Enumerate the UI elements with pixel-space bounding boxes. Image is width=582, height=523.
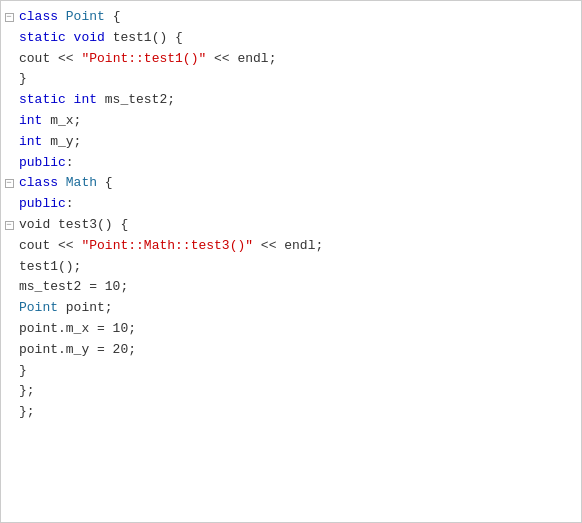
token: m_x; — [42, 113, 81, 128]
token: } — [19, 71, 27, 86]
token: point.m_x = 10; — [19, 321, 136, 336]
token: int — [74, 92, 97, 107]
token: : — [66, 155, 74, 170]
line-content: } — [17, 361, 581, 382]
code-line: } — [1, 69, 581, 90]
fold-gutter[interactable]: − — [1, 7, 17, 28]
code-line: } — [1, 361, 581, 382]
code-line: point.m_x = 10; — [1, 319, 581, 340]
token: "Point::Math::test3()" — [81, 238, 253, 253]
line-content: int m_y; — [17, 132, 581, 153]
token: << endl; — [253, 238, 323, 253]
code-line: public: — [1, 194, 581, 215]
token: static — [19, 30, 74, 45]
fold-gutter — [1, 381, 17, 402]
code-line: point.m_y = 20; — [1, 340, 581, 361]
token: : — [66, 196, 74, 211]
fold-gutter — [1, 236, 17, 257]
line-content: test1(); — [17, 257, 581, 278]
code-line: }; — [1, 381, 581, 402]
code-line: int m_y; — [1, 132, 581, 153]
fold-icon[interactable]: − — [5, 13, 14, 22]
code-line: − void test3() { — [1, 215, 581, 236]
line-content: }; — [17, 402, 581, 423]
token: public — [19, 155, 66, 170]
fold-icon[interactable]: − — [5, 179, 14, 188]
token: test1() { — [105, 30, 183, 45]
line-content: public: — [17, 194, 581, 215]
code-line: int m_x; — [1, 111, 581, 132]
line-content: static void test1() { — [17, 28, 581, 49]
token: m_y; — [42, 134, 81, 149]
fold-gutter — [1, 340, 17, 361]
fold-gutter — [1, 361, 17, 382]
token: test1(); — [19, 259, 81, 274]
token: class — [19, 9, 66, 24]
token: Math — [66, 175, 97, 190]
fold-gutter — [1, 153, 17, 174]
token: int — [19, 113, 42, 128]
code-line: ms_test2 = 10; — [1, 277, 581, 298]
line-content: class Math { — [17, 173, 581, 194]
line-content: point.m_y = 20; — [17, 340, 581, 361]
token: point; — [58, 300, 113, 315]
token: static — [19, 92, 74, 107]
code-line: static int ms_test2; — [1, 90, 581, 111]
token: Point — [19, 300, 58, 315]
fold-gutter — [1, 402, 17, 423]
line-content: cout << "Point::Math::test3()" << endl; — [17, 236, 581, 257]
fold-gutter — [1, 132, 17, 153]
line-content: cout << "Point::test1()" << endl; — [17, 49, 581, 70]
token: void — [74, 30, 105, 45]
token: ms_test2; — [97, 92, 175, 107]
token: << endl; — [206, 51, 276, 66]
code-line: cout << "Point::test1()" << endl; — [1, 49, 581, 70]
line-content: } — [17, 69, 581, 90]
code-line: test1(); — [1, 257, 581, 278]
code-line: public: — [1, 153, 581, 174]
line-content: Point point; — [17, 298, 581, 319]
code-line: cout << "Point::Math::test3()" << endl; — [1, 236, 581, 257]
fold-gutter[interactable]: − — [1, 173, 17, 194]
fold-gutter — [1, 194, 17, 215]
token: public — [19, 196, 66, 211]
token: Point — [66, 9, 105, 24]
token: } — [19, 363, 27, 378]
line-content: class Point { — [17, 7, 581, 28]
token: cout << — [19, 238, 81, 253]
token: point.m_y = 20; — [19, 342, 136, 357]
line-content: void test3() { — [17, 215, 581, 236]
fold-gutter — [1, 277, 17, 298]
token: { — [105, 9, 121, 24]
token: { — [97, 175, 113, 190]
fold-icon[interactable]: − — [5, 221, 14, 230]
token: "Point::test1()" — [81, 51, 206, 66]
code-line: Point point; — [1, 298, 581, 319]
token: ms_test2 = 10; — [19, 279, 128, 294]
fold-gutter — [1, 28, 17, 49]
fold-gutter — [1, 257, 17, 278]
token: cout << — [19, 51, 81, 66]
fold-gutter — [1, 69, 17, 90]
line-content: int m_x; — [17, 111, 581, 132]
fold-gutter — [1, 298, 17, 319]
token: class — [19, 175, 66, 190]
fold-gutter — [1, 111, 17, 132]
code-line: −class Point { — [1, 7, 581, 28]
token: }; — [19, 404, 35, 419]
fold-gutter — [1, 319, 17, 340]
code-line: static void test1() { — [1, 28, 581, 49]
line-content: public: — [17, 153, 581, 174]
fold-gutter — [1, 49, 17, 70]
token: }; — [19, 383, 35, 398]
code-line: }; — [1, 402, 581, 423]
fold-gutter[interactable]: − — [1, 215, 17, 236]
fold-gutter — [1, 90, 17, 111]
line-content: }; — [17, 381, 581, 402]
line-content: ms_test2 = 10; — [17, 277, 581, 298]
line-content: static int ms_test2; — [17, 90, 581, 111]
code-line: − class Math { — [1, 173, 581, 194]
token: void test3() { — [19, 217, 128, 232]
code-editor: −class Point { static void test1() { cou… — [0, 0, 582, 523]
line-content: point.m_x = 10; — [17, 319, 581, 340]
